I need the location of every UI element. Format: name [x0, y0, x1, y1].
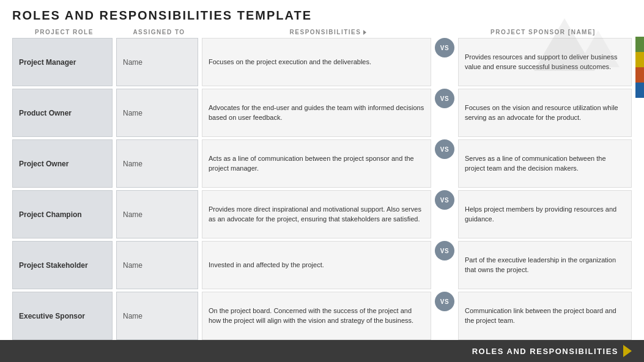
col-header-resp: RESPONSIBILITIES [202, 29, 454, 35]
table-row: Project Stakeholder Name Invested in and… [12, 241, 632, 289]
vs-badge-5: VS [435, 292, 454, 311]
table-row: Project Owner Name Acts as a line of com… [12, 139, 632, 188]
vs-badge-2: VS [435, 139, 454, 159]
cell-role-1: Product Owner [12, 89, 113, 137]
footer-label: ROLES AND RESPONSIBILITIES [472, 347, 618, 356]
cell-resp-1: Advocates for the end-user and guides th… [202, 89, 431, 137]
footer: ROLES AND RESPONSIBILITIES [0, 340, 644, 362]
cell-sponsor-2: Serves as a line of communication betwee… [458, 139, 632, 188]
col-header-sponsor: PROJECT SPONSOR [NAME] [454, 29, 632, 35]
page: ROLES AND RESPONSIBILITIES TEMPLATE PROJ… [0, 0, 644, 362]
cell-assigned-2: Name [116, 139, 198, 188]
table-row: Project Champion Name Provides more dire… [12, 190, 632, 238]
col-header-assigned: ASSIGNED TO [116, 29, 202, 35]
table-row: Product Owner Name Advocates for the end… [12, 89, 632, 137]
header: ROLES AND RESPONSIBILITIES TEMPLATE [0, 0, 644, 26]
cell-role-4: Project Stakeholder [12, 241, 113, 289]
page-title: ROLES AND RESPONSIBILITIES TEMPLATE [12, 9, 632, 23]
cell-assigned-0: Name [116, 38, 198, 86]
cell-sponsor-4: Part of the executive leadership in the … [458, 241, 632, 289]
cell-assigned-5: Name [116, 292, 198, 340]
cell-role-0: Project Manager [12, 38, 113, 86]
col-header-role: PROJECT ROLE [12, 29, 116, 35]
cell-resp-4: Invested in and affected by the project. [202, 241, 431, 289]
cell-resp-3: Provides more direct inspirational and m… [202, 190, 431, 238]
color-bar [635, 37, 644, 98]
column-headers: PROJECT ROLE ASSIGNED TO RESPONSIBILITIE… [0, 26, 644, 38]
cell-assigned-3: Name [116, 190, 198, 238]
table-row: Executive Sponsor Name On the project bo… [12, 292, 632, 340]
cell-sponsor-0: Provides resources and support to delive… [458, 38, 632, 86]
cell-role-3: Project Champion [12, 190, 113, 238]
cell-resp-0: Focuses on the project execution and the… [202, 38, 431, 86]
footer-diamond-icon [623, 345, 632, 357]
cell-sponsor-5: Communication link between the project b… [458, 292, 632, 340]
cell-role-5: Executive Sponsor [12, 292, 113, 340]
resp-sort-icon [363, 30, 366, 35]
cell-resp-2: Acts as a line of communication between … [202, 139, 431, 188]
cell-sponsor-3: Helps project members by providing resou… [458, 190, 632, 238]
cell-role-2: Project Owner [12, 139, 113, 188]
vs-badge-0: VS [435, 38, 454, 57]
cell-assigned-4: Name [116, 241, 198, 289]
vs-badge-3: VS [435, 190, 454, 210]
table-row: Project Manager Name Focuses on the proj… [12, 38, 632, 86]
cell-resp-5: On the project board. Concerned with the… [202, 292, 431, 340]
vs-badge-1: VS [435, 89, 454, 108]
cell-assigned-1: Name [116, 89, 198, 137]
cell-sponsor-1: Focuses on the vision and resource utili… [458, 89, 632, 137]
vs-badge-4: VS [435, 241, 454, 260]
table-body: Project Manager Name Focuses on the proj… [0, 38, 644, 340]
